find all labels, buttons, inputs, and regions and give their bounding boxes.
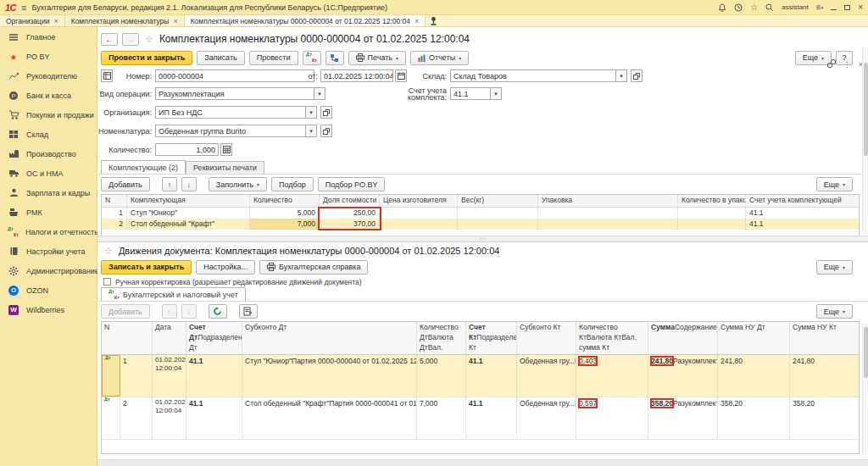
organization-input[interactable]: ИП Без НДС [155,106,306,119]
settings-button[interactable]: Настройка... [196,260,255,275]
post-and-close-button[interactable]: Провести и закрыть [101,51,192,65]
fill-button[interactable]: Заполнить▾ [209,177,267,191]
movement-row-1[interactable]: ДтКт 1 01.02.20212:00:04 41.1 Стул "Юнио… [102,355,859,397]
col-header-qty-dt[interactable]: Количество ДтВалюта ДтВал. сумма Дт [417,322,466,354]
sidebar-item-os-i-nma[interactable]: ОС и НМА [0,164,97,183]
calendar-icon[interactable] [395,69,407,82]
col-header-sub-dt[interactable]: Субконто Дт [242,322,417,354]
col-header-sum-nu-dt[interactable]: Сумма НУ Дт [718,322,790,354]
show-postings-button[interactable]: ДтКт [303,51,321,65]
component-row-2[interactable]: 2 Стол обеденный "Крафт" 7,000 370,00 41… [102,219,859,230]
item-dropdown-icon[interactable]: ▼ [306,125,317,137]
movements-report-icon[interactable] [239,304,258,319]
col-header-qty-kt[interactable]: Количество КтВалюта КтВал. сумма Кт [576,322,648,354]
window-tab-organizations[interactable]: Организации × [0,15,65,26]
close-window-icon[interactable]: × [858,3,863,12]
col-header-n[interactable]: N [102,322,153,354]
reports-button[interactable]: Отчеты▾ [410,51,469,65]
component-account-dropdown-icon[interactable]: ▼ [491,87,502,100]
quantity-input[interactable]: 1,000 [155,143,219,156]
pick-button[interactable]: Подбор [271,177,314,191]
document-list-icon[interactable] [101,69,113,82]
move-up-icon[interactable]: ↑ [162,304,177,319]
window-tab-komplektaciya-doc[interactable]: Комплектация номенклатуры 0000-000004 от… [185,15,426,26]
document-scrollbar[interactable] [862,47,868,234]
tab-accounting-tax[interactable]: ДтКт Бухгалтерский и налоговый учет [101,287,246,301]
col-header-n[interactable]: N [102,195,127,207]
posting-icon-cell[interactable]: ДтКт [102,397,120,439]
operation-input[interactable]: Разукомплектация [155,87,314,100]
document-structure-button[interactable] [326,51,344,65]
date-input[interactable]: 01.02.2025 12:00:04 [320,69,393,82]
movements-table-more-button[interactable]: Еще▾ [816,304,853,319]
move-down-icon[interactable]: ↓ [181,304,197,319]
add-row-button[interactable]: Добавить [101,177,150,191]
accounting-reference-button[interactable]: Бухгалтерская справка [259,260,368,275]
main-menu-icon[interactable]: ≡ [21,3,26,13]
number-input[interactable]: 0000-000004 [155,69,314,82]
save-and-close-button[interactable]: Записать и закрыть [101,260,192,275]
warehouse-input[interactable]: Склад Товаров [450,69,616,82]
posting-icon-cell[interactable]: ДтКт [102,355,120,397]
move-down-icon[interactable]: ↓ [181,177,197,191]
sidebar-item-glavnoe[interactable]: Главное [0,27,97,47]
tab-components[interactable]: Комплектующие (2) [101,160,186,174]
movements-scrollbar[interactable] [862,324,868,455]
organization-dropdown-icon[interactable]: ▼ [306,106,317,119]
sidebar-item-ozon[interactable]: O OZON [0,280,97,300]
col-header-cost-share[interactable]: Доля стоимости [320,195,380,207]
sidebar-item-rukovoditelyu[interactable]: Руководителю [0,66,97,86]
favorites-star-icon[interactable]: ☆ [750,3,758,12]
tab-print-details[interactable]: Реквизиты печати [186,161,264,174]
move-up-icon[interactable]: ↑ [162,177,177,191]
component-row-1[interactable]: 1 Стул "Юниор" 5,000 250,00 41.1 [102,208,859,219]
favorite-star-icon[interactable]: ☆ [104,246,113,257]
col-header-component[interactable]: Комплектующая [127,195,250,207]
window-tab-komplektaciya-list[interactable]: Комплектация номенклатуры × [65,15,185,26]
item-open-icon[interactable] [320,125,332,137]
post-button[interactable]: Провести [249,51,298,65]
history-clock-icon[interactable] [734,3,743,12]
sidebar-item-wildberries[interactable]: W Wildberries [0,300,97,319]
item-input[interactable]: Обеденная группа Burito [155,125,306,137]
sidebar-item-administrirovanie[interactable]: Администрирование [0,261,97,280]
col-header-sub-kt[interactable]: Субконто Кт [517,322,576,354]
add-movement-button[interactable]: Добавить [101,304,150,319]
save-button[interactable]: Записать [197,51,244,65]
close-tab-icon[interactable]: × [173,17,177,25]
notifications-bell-icon[interactable] [718,3,726,12]
close-tab-icon[interactable]: × [53,17,58,25]
col-header-qty-in-package[interactable]: Количество в упаковке [678,195,746,207]
pick-po-by-button[interactable]: Подбор PO.BY [318,177,386,191]
sidebar-item-pokupki-prodazhi[interactable]: Покупки и продажи [0,105,97,125]
more-button[interactable]: Еще▾ [795,51,832,65]
refresh-icon[interactable] [209,304,227,319]
search-icon[interactable] [765,3,774,12]
calculator-icon[interactable] [220,143,232,156]
col-header-sum-nu-kt[interactable]: Сумма НУ Кт [790,322,859,354]
pin-tabs-icon[interactable] [426,15,441,26]
sidebar-item-nastroyki-ucheta[interactable]: Настройки учета [0,241,97,261]
col-header-acc-dt[interactable]: Счет ДтПодразделение Дт [186,322,242,354]
col-header-qty[interactable]: Количество [250,195,320,207]
col-header-package[interactable]: Упаковка [538,195,678,207]
pane-splitter[interactable]: ⋯ [97,236,868,242]
sidebar-item-sklad[interactable]: Склад [0,125,97,144]
components-more-button[interactable]: Еще▾ [816,177,853,191]
col-header-acc-kt[interactable]: Счет КтПодразделение Кт [466,322,517,354]
favorite-star-icon[interactable]: ☆ [145,34,153,45]
sidebar-item-po-by[interactable]: * PO BY [0,47,97,66]
col-header-date[interactable]: Дата [153,322,186,354]
col-header-account[interactable]: Счет учета комплектующей [746,195,859,207]
sidebar-item-zarplata-kadry[interactable]: Зарплата и кадры [0,183,97,202]
operation-dropdown-icon[interactable]: ▼ [314,87,326,100]
col-header-sum[interactable]: СуммаСодержание [648,322,718,354]
selected-cell[interactable]: 7,000 [250,219,320,230]
component-account-input[interactable]: 41.1 [450,87,491,100]
col-header-weight[interactable]: Вес(кг) [458,195,538,207]
print-button[interactable]: Печать▾ [348,51,407,65]
minimize-window-icon[interactable] [831,5,837,10]
forward-arrow-icon[interactable]: → [122,33,139,46]
movement-row-2[interactable]: ДтКт 2 01.02.20212:00:04 41.1 Стол обеде… [102,397,859,440]
warehouse-dropdown-icon[interactable]: ▼ [616,69,627,82]
